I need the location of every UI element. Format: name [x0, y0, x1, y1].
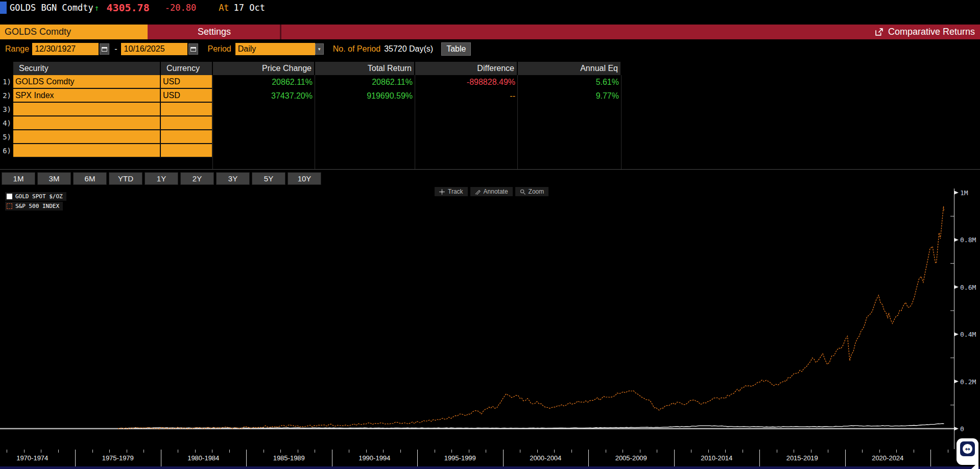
- x-year-tick: [640, 450, 640, 453]
- calendar-button-end[interactable]: [188, 43, 198, 55]
- x-year-tick: [554, 450, 555, 453]
- x-year-tick: [708, 450, 709, 453]
- y-tick-label: 0.2M: [960, 378, 976, 386]
- x-axis-label: 2020-2024: [845, 454, 931, 462]
- row-number: 4): [0, 116, 13, 130]
- x-year-tick: [862, 450, 863, 453]
- currency-cell[interactable]: USD: [161, 75, 213, 89]
- range-controls: Range 12/30/1927 - 10/16/2025 Period Dai…: [0, 42, 980, 56]
- security-cell[interactable]: [13, 116, 161, 130]
- row-number: 3): [0, 103, 13, 116]
- period-select[interactable]: Daily: [235, 43, 315, 55]
- arrows-icon: ↔: [963, 444, 972, 454]
- chart-legend: GOLD SPOT $/OZ S&P 500 INDEX: [5, 192, 66, 210]
- legend-gold-label: GOLD SPOT $/OZ: [15, 193, 63, 200]
- difference-value: --: [415, 89, 518, 103]
- currency-cell[interactable]: [161, 116, 213, 130]
- x-year-tick: [657, 450, 657, 453]
- row-number: 6): [0, 144, 13, 158]
- period-button-1m[interactable]: 1M: [2, 172, 35, 185]
- security-cell[interactable]: [13, 130, 161, 144]
- returns-chart[interactable]: 1M0.8M0.6M0.4M0.2M0: [0, 186, 980, 450]
- y-major-tick: [954, 238, 959, 242]
- column-header-security: Security: [13, 62, 161, 75]
- teamviewer-icon: ↔: [960, 441, 975, 456]
- currency-cell[interactable]: USD: [161, 89, 213, 103]
- range-separator: -: [114, 44, 117, 54]
- period-button-5y[interactable]: 5Y: [252, 172, 285, 185]
- period-button-10y[interactable]: 10Y: [288, 172, 321, 185]
- x-year-tick: [537, 450, 538, 453]
- x-year-tick: [24, 450, 25, 453]
- currency-cell[interactable]: [161, 130, 213, 144]
- total-return-value: [315, 144, 415, 158]
- x-year-tick: [571, 450, 572, 453]
- securities-table: 1)GOLDS ComdtyUSD20862.11%20862.11%-8988…: [0, 75, 622, 158]
- column-separator: [415, 75, 415, 169]
- track-button[interactable]: Track: [435, 187, 468, 196]
- x-year-tick: [383, 450, 384, 453]
- x-axis-label: 1995-1999: [417, 454, 503, 462]
- table-row: 1)GOLDS ComdtyUSD20862.11%20862.11%-8988…: [0, 75, 622, 89]
- table-row: 6): [0, 144, 622, 158]
- table-row: 4): [0, 116, 622, 130]
- range-end-input[interactable]: 10/16/2025: [121, 43, 187, 55]
- calendar-button-start[interactable]: [100, 43, 109, 55]
- column-separator: [315, 75, 315, 169]
- chart-toolbar: Track Annotate Zoom: [435, 187, 548, 196]
- table-row: 3): [0, 103, 622, 116]
- range-start-input[interactable]: 12/30/1927: [32, 43, 99, 55]
- x-axis: 1970-19741975-19791980-19841985-19891990…: [0, 450, 980, 466]
- table-button[interactable]: Table: [441, 42, 471, 56]
- security-cell[interactable]: [13, 144, 161, 158]
- security-cell[interactable]: [13, 103, 161, 116]
- period-button-6m[interactable]: 6M: [73, 172, 107, 185]
- tab-settings[interactable]: Settings: [149, 25, 281, 39]
- y-tick-label: 0.8M: [960, 236, 976, 244]
- x-year-tick: [315, 450, 315, 453]
- period-button-2y[interactable]: 2Y: [180, 172, 214, 185]
- security-cell[interactable]: GOLDS Comdty: [13, 75, 161, 89]
- no-of-period-value: 35720 Day(s): [384, 44, 433, 54]
- difference-value: [415, 103, 518, 116]
- period-button-1y[interactable]: 1Y: [145, 172, 178, 185]
- comparative-returns-label: Comparative Returns: [888, 27, 975, 37]
- total-return-value: 20862.11%: [315, 75, 415, 89]
- x-axis-label: 1980-1984: [161, 454, 247, 462]
- x-axis-label: 1990-1994: [332, 454, 418, 462]
- teamviewer-badge[interactable]: ↔: [957, 438, 978, 465]
- total-return-value: 919690.59%: [315, 89, 415, 103]
- column-header-annual-eq: Annual Eq: [518, 62, 622, 75]
- currency-cell[interactable]: [161, 144, 213, 158]
- table-header-row: SecurityCurrencyPrice ChangeTotal Return…: [0, 62, 622, 75]
- period-button-row: 1M3M6MYTD1Y2Y3Y5Y10Y: [2, 172, 321, 185]
- column-header-currency: Currency: [161, 62, 213, 75]
- period-button-3y[interactable]: 3Y: [216, 172, 250, 185]
- column-header-price-change: Price Change: [213, 62, 315, 75]
- x-year-tick: [743, 450, 743, 453]
- x-axis-label: 1975-1979: [75, 454, 161, 462]
- x-year-tick: [127, 450, 127, 453]
- x-year-tick: [520, 450, 520, 453]
- annual-eq-value: 5.61%: [518, 75, 622, 89]
- comparative-returns-link[interactable]: Comparative Returns: [281, 25, 980, 39]
- x-year-tick: [623, 450, 623, 453]
- price-change-value: 20862.11%: [213, 75, 315, 89]
- security-cell[interactable]: SPX Index: [13, 89, 161, 103]
- period-button-ytd[interactable]: YTD: [109, 172, 142, 185]
- spx-line: [118, 206, 944, 429]
- period-button-3m[interactable]: 3M: [37, 172, 71, 185]
- column-separator: [517, 75, 518, 169]
- y-major-tick: [954, 427, 959, 431]
- annotate-button[interactable]: Annotate: [470, 187, 513, 196]
- external-link-icon: [875, 28, 883, 36]
- chevron-down-icon[interactable]: ▼: [315, 43, 324, 55]
- x-year-tick: [435, 450, 435, 453]
- tab-security[interactable]: GOLDS Comdty: [0, 25, 148, 39]
- legend-item-gold[interactable]: GOLD SPOT $/OZ: [5, 192, 66, 201]
- x-year-tick: [828, 450, 828, 453]
- at-label: At: [219, 3, 229, 13]
- legend-item-spx[interactable]: S&P 500 INDEX: [5, 202, 63, 210]
- currency-cell[interactable]: [161, 103, 213, 116]
- zoom-button[interactable]: Zoom: [515, 187, 549, 196]
